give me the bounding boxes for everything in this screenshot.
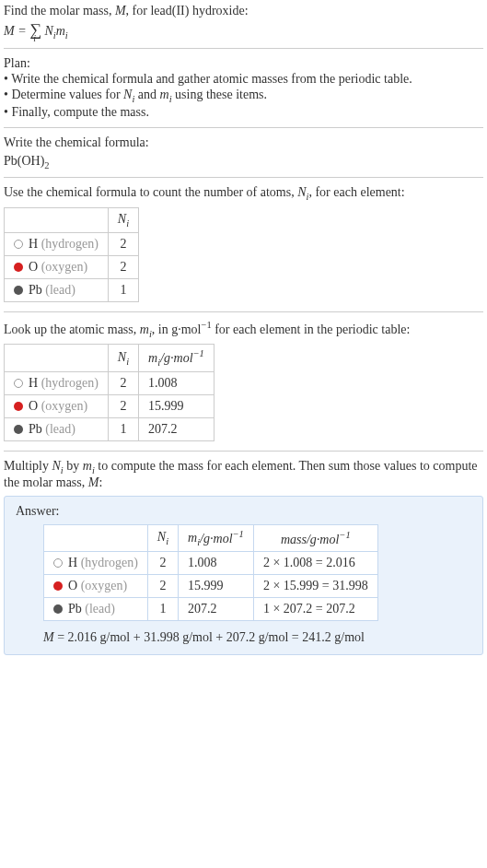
element-cell: H (hydrogen) — [44, 552, 148, 575]
table-row: Pb (lead) 1 207.2 — [5, 417, 215, 440]
answer-box: Answer: Ni mi/g·mol−1 mass/g·mol−1 H (hy… — [4, 496, 483, 655]
element-dot-icon — [53, 581, 63, 591]
multiply-text: Multiply Ni by mi to compute the mass fo… — [4, 459, 483, 490]
intro-block: Find the molar mass, M, for lead(II) hyd… — [4, 4, 483, 41]
final-result: M = 2.016 g/mol + 31.998 g/mol + 207.2 g… — [43, 630, 471, 645]
element-dot-icon — [14, 286, 23, 295]
m-value: 15.999 — [179, 575, 254, 598]
intro-text2: , for lead(II) hydroxide: — [126, 4, 249, 18]
table-row: H (hydrogen) 2 1.008 — [5, 371, 215, 394]
table-header-row: Ni mi/g·mol−1 — [5, 345, 215, 371]
divider — [4, 311, 483, 312]
element-dot-icon — [53, 558, 63, 568]
element-cell: H (hydrogen) — [5, 232, 109, 255]
blank-header — [44, 524, 148, 551]
molar-mass-formula: M = ∑i Nimi — [4, 20, 483, 41]
count-table: Ni H (hydrogen) 2 O (oxygen) 2 Pb (lead)… — [4, 207, 139, 302]
table-row: O (oxygen) 2 — [5, 255, 139, 278]
blank-header — [5, 208, 109, 233]
blank-header — [5, 345, 109, 371]
m-value: 1.008 — [139, 371, 215, 394]
chemical-formula: Pb(OH)2 — [4, 154, 483, 170]
formula-text: M = ∑i Nimi — [4, 24, 68, 38]
element-dot-icon — [14, 379, 23, 388]
table-header-row: Ni — [5, 208, 139, 233]
calc-value: 2 × 15.999 = 31.998 — [253, 575, 377, 598]
table-row: O (oxygen) 2 15.999 2 × 15.999 = 31.998 — [44, 575, 378, 598]
mass-header: Look up the atomic mass, mi, in g·mol−1 … — [4, 320, 483, 338]
element-dot-icon — [14, 402, 23, 411]
n-value: 2 — [108, 232, 138, 255]
intro-m: M — [115, 4, 126, 18]
table-row: O (oxygen) 2 15.999 — [5, 394, 215, 417]
intro-text: Find the molar mass, — [4, 4, 115, 18]
table-header-row: Ni mi/g·mol−1 mass/g·mol−1 — [44, 524, 378, 551]
element-cell: O (oxygen) — [44, 575, 148, 598]
n-value: 1 — [108, 417, 138, 440]
ni-header: Ni — [147, 524, 178, 551]
m-value: 1.008 — [179, 552, 254, 575]
calc-value: 2 × 1.008 = 2.016 — [253, 552, 377, 575]
calc-value: 1 × 207.2 = 207.2 — [253, 598, 377, 621]
element-cell: O (oxygen) — [5, 394, 109, 417]
table-row: H (hydrogen) 2 — [5, 232, 139, 255]
m-value: 15.999 — [139, 394, 215, 417]
answer-table: Ni mi/g·mol−1 mass/g·mol−1 H (hydrogen) … — [43, 524, 378, 621]
plan-bullet-3: • Finally, compute the mass. — [4, 105, 483, 120]
mi-header: mi/g·mol−1 — [179, 524, 254, 551]
plan-header: Plan: — [4, 56, 483, 71]
mass-table: Ni mi/g·mol−1 H (hydrogen) 2 1.008 O (ox… — [4, 344, 215, 440]
ni-header: Ni — [108, 208, 138, 233]
chem-header: Write the chemical formula: — [4, 135, 483, 150]
n-value: 2 — [147, 552, 178, 575]
divider — [4, 177, 483, 178]
n-value: 1 — [108, 278, 138, 301]
element-cell: Pb (lead) — [5, 278, 109, 301]
intro-line: Find the molar mass, M, for lead(II) hyd… — [4, 4, 483, 18]
ni-header: Ni — [108, 345, 138, 371]
count-header: Use the chemical formula to count the nu… — [4, 185, 483, 202]
table-row: Pb (lead) 1 207.2 1 × 207.2 = 207.2 — [44, 598, 378, 621]
element-cell: O (oxygen) — [5, 255, 109, 278]
element-cell: Pb (lead) — [5, 417, 109, 440]
mass-header: mass/g·mol−1 — [253, 524, 377, 551]
plan-block: Plan: • Write the chemical formula and g… — [4, 56, 483, 120]
n-value: 2 — [147, 575, 178, 598]
plan-bullet-1: • Write the chemical formula and gather … — [4, 72, 483, 87]
divider — [4, 451, 483, 452]
table-row: H (hydrogen) 2 1.008 2 × 1.008 = 2.016 — [44, 552, 378, 575]
n-value: 2 — [108, 255, 138, 278]
divider — [4, 48, 483, 49]
element-cell: H (hydrogen) — [5, 371, 109, 394]
plan-bullet-2: • Determine values for Ni and mi using t… — [4, 88, 483, 104]
n-value: 2 — [108, 394, 138, 417]
element-dot-icon — [53, 604, 63, 614]
m-value: 207.2 — [139, 417, 215, 440]
n-value: 1 — [147, 598, 178, 621]
answer-label: Answer: — [16, 504, 471, 519]
m-value: 207.2 — [179, 598, 254, 621]
table-row: Pb (lead) 1 — [5, 278, 139, 301]
divider — [4, 127, 483, 128]
element-dot-icon — [14, 425, 23, 434]
mi-header: mi/g·mol−1 — [139, 345, 215, 371]
n-value: 2 — [108, 371, 138, 394]
element-cell: Pb (lead) — [44, 598, 148, 621]
element-dot-icon — [14, 240, 23, 249]
element-dot-icon — [14, 263, 23, 272]
